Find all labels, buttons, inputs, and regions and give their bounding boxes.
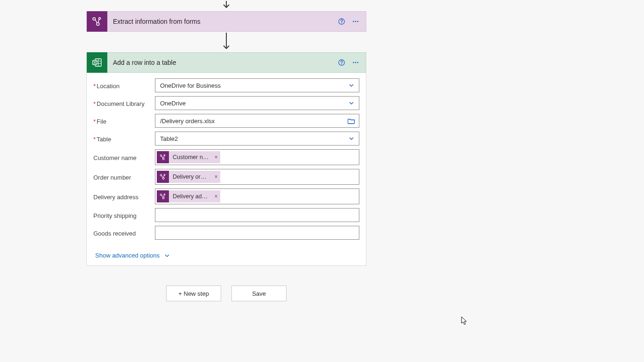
field-value: Table2 [160,135,347,142]
svg-line-30 [161,175,163,178]
svg-point-29 [162,178,164,180]
ai-builder-icon [87,11,107,32]
token-remove-button[interactable]: × [212,174,220,180]
dynamic-token[interactable]: Delivery order ... × [157,171,220,183]
svg-point-7 [341,23,342,24]
field-table: *Table Table2 [93,132,359,146]
ai-builder-icon [157,151,169,163]
field-label: Priority shipping [93,211,155,219]
step-add-row-body: *Location OneDrive for Business *Documen… [86,73,366,266]
step-extract-information[interactable]: Extract information from forms [86,11,366,32]
token-remove-button[interactable]: × [212,193,220,200]
svg-point-20 [355,62,357,63]
field-location: *Location OneDrive for Business [93,78,359,92]
field-value: OneDrive [160,100,347,107]
svg-point-24 [162,158,164,160]
field-value: /Delivery orders.xlsx [160,118,347,125]
step-add-row-header[interactable]: Add a row into a table [86,52,366,73]
token-label: Delivery order ... [169,174,212,180]
field-delivery-address: Delivery address Delivery addre... × [93,188,359,204]
field-document-library: *Document Library OneDrive [93,96,359,110]
field-goods-received: Goods received [93,226,359,240]
dynamic-token[interactable]: Delivery addre... × [157,190,220,202]
location-select[interactable]: OneDrive for Business [155,78,359,92]
show-advanced-label: Show advanced options [95,252,160,259]
svg-line-26 [164,156,164,158]
field-order-number: Order number Delivery order ... × [93,169,359,185]
save-label: Save [252,290,266,297]
svg-line-4 [95,20,97,23]
svg-point-19 [353,62,354,63]
excel-icon [87,52,107,73]
field-label: Delivery address [93,193,155,201]
field-label: *File [93,117,155,125]
svg-line-5 [98,19,99,23]
field-value: OneDrive for Business [160,82,347,89]
svg-point-9 [355,21,357,22]
token-label: Delivery addre... [169,193,212,200]
mouse-cursor-icon [461,316,469,326]
help-button[interactable] [335,56,348,69]
chevron-down-icon [347,98,356,108]
connector-arrow [86,1,366,10]
goods-received-input[interactable] [155,226,359,240]
show-advanced-toggle[interactable]: Show advanced options [95,252,170,259]
svg-line-31 [164,175,164,178]
chevron-down-icon [347,134,356,143]
folder-icon[interactable] [347,116,356,125]
file-picker[interactable]: /Delivery orders.xlsx [155,114,359,128]
svg-point-8 [353,21,354,22]
step-add-row: Add a row into a table *Location OneDriv… [86,52,366,266]
svg-point-34 [162,197,164,199]
chevron-down-icon [347,81,356,90]
field-label: *Document Library [93,99,155,107]
more-menu-button[interactable] [349,15,362,28]
customer-name-input[interactable]: Customer nam... × [155,149,359,165]
field-priority-shipping: Priority shipping [93,208,359,222]
ai-builder-icon [157,171,169,183]
svg-line-35 [161,195,163,197]
svg-point-10 [357,21,358,22]
svg-point-3 [97,23,99,26]
field-customer-name: Customer name Customer nam... × [93,149,359,165]
more-menu-button[interactable] [349,56,362,69]
delivery-address-input[interactable]: Delivery addre... × [155,188,359,204]
table-select[interactable]: Table2 [155,132,359,146]
field-label: Customer name [93,153,155,161]
step-title: Extract information from forms [107,18,334,25]
ai-builder-icon [157,190,169,202]
token-label: Customer nam... [169,154,212,160]
connector-arrow [86,33,366,51]
svg-line-25 [161,156,163,158]
document-library-select[interactable]: OneDrive [155,96,359,110]
field-label: *Location [93,82,155,90]
new-step-label: + New step [178,290,209,297]
svg-point-21 [357,62,358,63]
field-label: Order number [93,173,155,181]
help-button[interactable] [335,15,348,28]
field-label: *Table [93,135,155,143]
save-button[interactable]: Save [231,285,287,301]
token-remove-button[interactable]: × [212,154,220,160]
svg-point-18 [341,64,342,65]
field-file: *File /Delivery orders.xlsx [93,114,359,128]
step-title: Add a row into a table [107,59,334,66]
field-label: Goods received [93,229,155,237]
order-number-input[interactable]: Delivery order ... × [155,169,359,185]
new-step-button[interactable]: + New step [166,285,221,301]
svg-line-36 [164,195,164,197]
dynamic-token[interactable]: Customer nam... × [157,151,220,163]
priority-shipping-input[interactable] [155,208,359,222]
